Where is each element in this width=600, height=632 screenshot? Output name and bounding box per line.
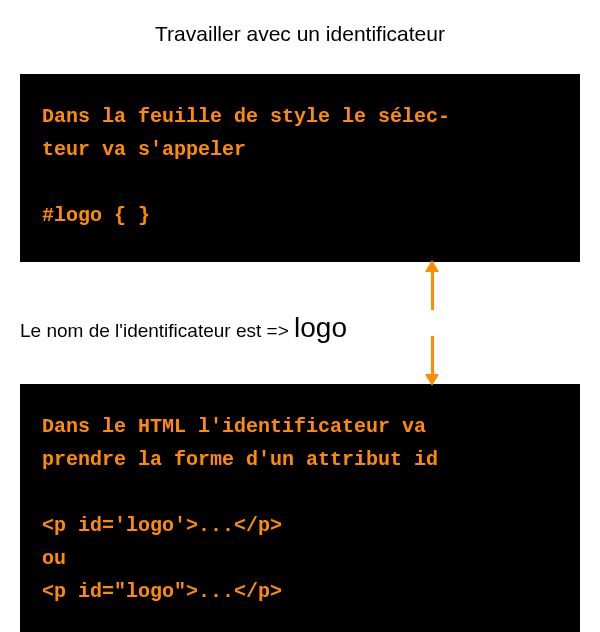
page-title: Travailler avec un identificateur bbox=[0, 0, 600, 66]
identifier-prefix: Le nom de l'identificateur est => bbox=[20, 320, 294, 341]
identifier-label: Le nom de l'identificateur est => logo bbox=[20, 312, 347, 344]
arrow-up-icon bbox=[422, 260, 442, 310]
arrow-down-icon bbox=[422, 336, 442, 386]
css-code-block: Dans la feuille de style le sélec- teur … bbox=[20, 74, 580, 262]
html-code-block: Dans le HTML l'identificateur va prendre… bbox=[20, 384, 580, 632]
identifier-word: logo bbox=[294, 312, 347, 343]
middle-section: Le nom de l'identificateur est => logo bbox=[20, 262, 580, 384]
